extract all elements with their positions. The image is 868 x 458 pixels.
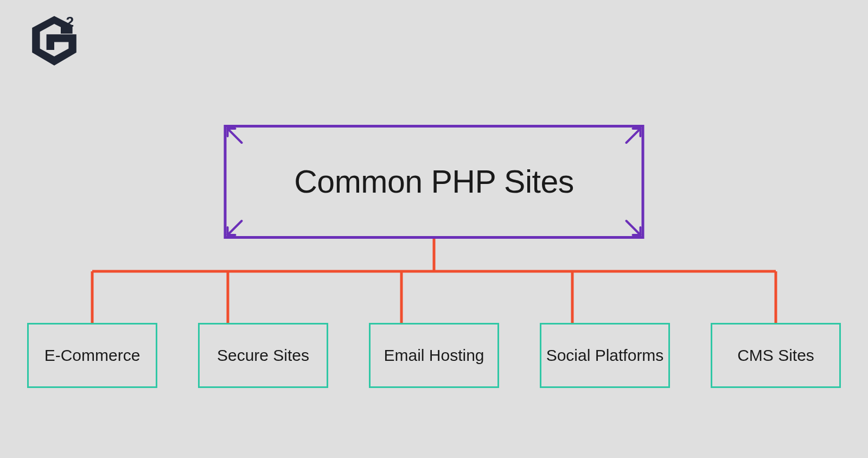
child-label: CMS Sites (737, 345, 814, 366)
child-label: Email Hosting (384, 345, 484, 366)
title-box: Common PHP Sites (224, 125, 644, 239)
child-box-email-hosting: Email Hosting (369, 323, 499, 388)
g2-logo: 2 (22, 11, 87, 78)
svg-line-10 (627, 221, 641, 235)
connector-lines (0, 239, 868, 326)
child-label: Social Platforms (546, 345, 664, 366)
svg-line-1 (228, 129, 242, 143)
svg-line-7 (228, 221, 242, 235)
child-label: Secure Sites (217, 345, 309, 366)
corner-arrow-icon (621, 215, 643, 237)
corner-arrow-icon (621, 126, 643, 148)
svg-text:2: 2 (66, 14, 74, 30)
corner-arrow-icon (226, 126, 247, 148)
child-box-ecommerce: E-Commerce (27, 323, 157, 388)
corner-arrow-icon (226, 215, 247, 237)
svg-line-4 (627, 129, 641, 143)
child-box-secure-sites: Secure Sites (198, 323, 328, 388)
children-row: E-Commerce Secure Sites Email Hosting So… (0, 323, 868, 388)
child-label: E-Commerce (44, 345, 141, 366)
child-box-social-platforms: Social Platforms (540, 323, 670, 388)
child-box-cms-sites: CMS Sites (711, 323, 841, 388)
diagram-title: Common PHP Sites (294, 163, 574, 200)
